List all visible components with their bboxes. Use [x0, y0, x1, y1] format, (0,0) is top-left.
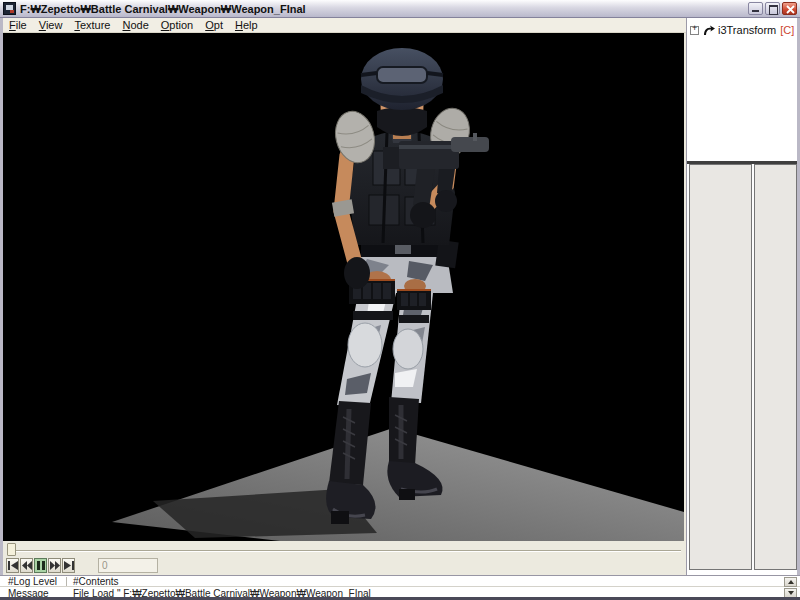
menu-option[interactable]: Option: [155, 19, 199, 31]
log-contents-header: #Contents: [73, 576, 119, 587]
log-scroll-spinner: [784, 577, 797, 598]
pause-button[interactable]: [34, 558, 47, 573]
property-panel-left[interactable]: [689, 164, 752, 570]
transform-node-icon: [702, 25, 715, 36]
timeline-thumb[interactable]: [7, 543, 16, 556]
go-to-start-button[interactable]: [6, 558, 19, 573]
step-back-button[interactable]: [20, 558, 33, 573]
log-panel: #Log Level #Contents Message File Load "…: [0, 575, 800, 597]
log-header-row: #Log Level #Contents: [0, 576, 800, 587]
close-button[interactable]: [782, 2, 797, 15]
menu-help[interactable]: Help: [229, 19, 264, 31]
character-model-scene: [3, 33, 684, 541]
title-bar[interactable]: F:₩Zepetto₩Battle Carnival₩Weapon₩Weapon…: [0, 0, 800, 18]
property-panel-right[interactable]: [754, 164, 797, 570]
tree-node-tag: [C]: [780, 24, 794, 36]
go-to-end-button[interactable]: [62, 558, 75, 573]
scene-tree-panel: i3Transform [C] AxisRotate: [686, 18, 797, 575]
step-forward-icon: [50, 561, 60, 570]
viewport-3d[interactable]: [3, 33, 684, 541]
close-icon: [786, 5, 795, 14]
timeline-track: [7, 550, 681, 552]
menu-texture[interactable]: Texture: [68, 19, 116, 31]
property-panels: [687, 161, 798, 570]
log-column-divider[interactable]: [66, 577, 67, 586]
go-to-end-icon: [64, 561, 74, 570]
menu-opt[interactable]: Opt: [199, 19, 229, 31]
scroll-up-button[interactable]: [784, 577, 797, 587]
pause-icon: [37, 561, 45, 570]
go-to-start-icon: [8, 561, 18, 570]
menu-file[interactable]: File: [3, 19, 33, 31]
step-forward-button[interactable]: [48, 558, 61, 573]
log-level-header: #Log Level: [8, 576, 57, 587]
restore-button[interactable]: [765, 2, 780, 15]
transport-bar: [6, 558, 158, 573]
minimize-button[interactable]: [748, 2, 763, 15]
menu-view[interactable]: View: [33, 19, 69, 31]
tree-node-i3transform[interactable]: i3Transform [C] AxisRotate: [687, 18, 797, 36]
timeline-slider[interactable]: [5, 543, 683, 556]
app-icon: [3, 2, 16, 15]
animation-controls: [3, 541, 686, 575]
menu-bar: File View Texture Node Option Opt Help: [3, 18, 686, 33]
menu-node[interactable]: Node: [116, 19, 154, 31]
step-back-icon: [22, 561, 32, 570]
frame-number-field[interactable]: [98, 558, 158, 573]
window-edge-left: [0, 18, 3, 575]
up-arrow-icon: [788, 580, 794, 584]
tree-expand-icon[interactable]: [690, 26, 699, 35]
tree-node-name: i3Transform: [718, 24, 776, 36]
down-arrow-icon: [788, 591, 794, 595]
window-title: F:₩Zepetto₩Battle Carnival₩Weapon₩Weapon…: [20, 3, 746, 15]
app-window: F:₩Zepetto₩Battle Carnival₩Weapon₩Weapon…: [0, 0, 800, 600]
